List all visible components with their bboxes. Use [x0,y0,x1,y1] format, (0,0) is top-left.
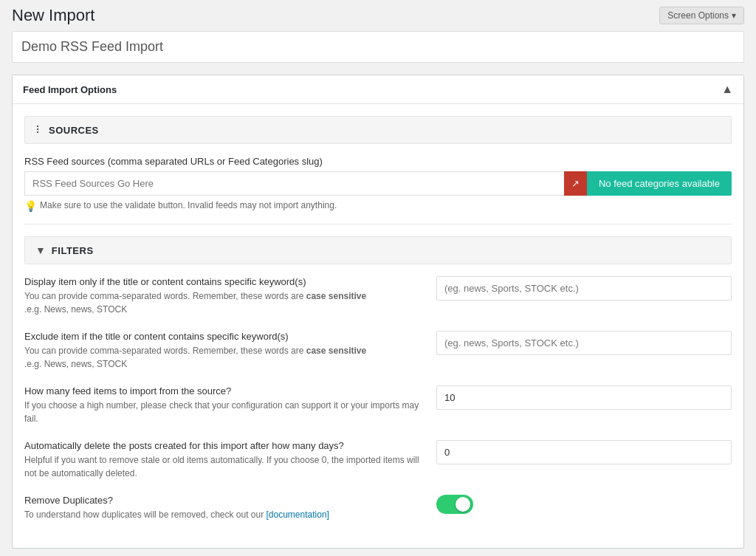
screen-options-label: Screen Options [667,10,729,21]
filters-section-header: ▼ FILTERS [24,236,732,264]
remove-duplicates-toggle-col [436,495,732,514]
include-keywords-label-col: Display item only if the title or conten… [24,276,425,316]
filter-icon: ▼ [35,244,46,256]
external-link-icon: ↗ [571,178,580,189]
exclude-keywords-label: Exclude item if the title or content con… [24,331,425,342]
page-title: New Import [12,6,94,25]
exclude-keywords-sublabel: You can provide comma-separated words. R… [24,344,425,371]
auto-delete-sublabel: Helpful if you want to remove stale or o… [24,453,425,480]
documentation-link[interactable]: [documentation] [267,509,329,520]
exclude-keywords-label-col: Exclude item if the title or content con… [24,331,425,371]
exclude-keywords-input-col [436,331,732,355]
rss-source-input[interactable] [24,171,564,196]
section-divider [24,224,732,224]
auto-delete-input-col [436,440,732,464]
no-feed-categories-button[interactable]: No feed categories available [587,171,732,196]
feed-import-options-panel: Feed Import Options ▲ ⠇ SOURCES RSS Feed… [12,75,744,549]
hint-text-content: Make sure to use the validate button. In… [40,200,337,210]
remove-duplicates-toggle[interactable] [436,495,473,514]
remove-duplicates-label: Remove Duplicates? [24,495,425,506]
no-feed-categories-label: No feed categories available [599,178,720,189]
exclude-keywords-input[interactable] [436,331,732,355]
rss-source-link-button[interactable]: ↗ [564,171,587,196]
toggle-slider [436,495,473,514]
sources-section-header: ⠇ SOURCES [24,116,732,144]
include-keywords-row: Display item only if the title or conten… [24,276,732,316]
filters-section-title: FILTERS [52,245,94,256]
screen-options-button[interactable]: Screen Options ▾ [659,7,744,24]
remove-duplicates-toggle-wrapper [436,495,732,514]
panel-header-title: Feed Import Options [23,84,117,95]
feed-items-count-sublabel: If you choose a high number, please chec… [24,399,425,425]
include-keywords-input[interactable] [436,276,732,301]
auto-delete-row: Automatically delete the posts created f… [24,440,732,480]
panel-toggle-icon: ▲ [721,83,733,96]
rss-icon: ⠇ [35,124,43,136]
chevron-down-icon: ▾ [732,10,736,21]
include-keywords-label: Display item only if the title or conten… [24,276,425,287]
feed-items-count-row: How many feed items to import from the s… [24,385,732,425]
rss-sources-row: ↗ No feed categories available [24,171,732,196]
include-keywords-input-col [436,276,732,301]
panel-body: ⠇ SOURCES RSS Feed sources (comma separa… [13,104,743,548]
auto-delete-label: Automatically delete the posts created f… [24,440,425,451]
sources-section-title: SOURCES [49,125,99,136]
hint-icon: 💡 [24,200,37,212]
exclude-keywords-row: Exclude item if the title or content con… [24,331,732,371]
sources-field-label: RSS Feed sources (comma separated URLs o… [24,156,732,167]
remove-duplicates-sublabel: To understand how duplicates will be rem… [24,508,425,521]
import-name-input[interactable] [12,31,744,63]
feed-items-count-label: How many feed items to import from the s… [24,385,425,397]
feed-items-count-input-col [436,385,732,410]
auto-delete-input[interactable] [436,440,732,464]
panel-header[interactable]: Feed Import Options ▲ [13,75,743,104]
feed-items-count-input[interactable] [436,385,732,410]
remove-duplicates-row: Remove Duplicates? To understand how dup… [24,495,732,521]
remove-duplicates-label-col: Remove Duplicates? To understand how dup… [24,495,425,521]
auto-delete-label-col: Automatically delete the posts created f… [24,440,425,480]
feed-items-count-label-col: How many feed items to import from the s… [24,385,425,425]
include-keywords-sublabel: You can provide comma-separated words. R… [24,289,425,316]
sources-hint: 💡 Make sure to use the validate button. … [24,200,732,212]
